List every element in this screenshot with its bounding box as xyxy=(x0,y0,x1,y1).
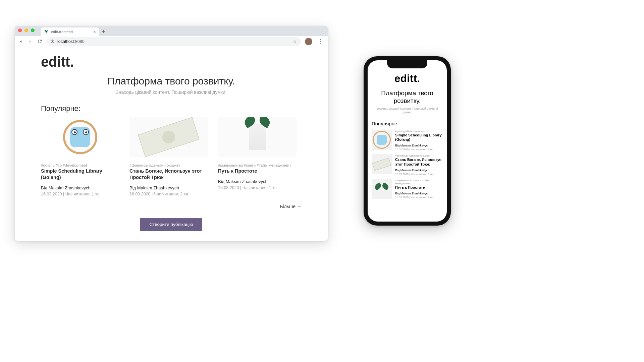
article-author: Від Maksim Zhashkevych xyxy=(218,179,297,184)
back-button[interactable] xyxy=(18,39,23,44)
article-tags: #финансы #деньги #бюджет xyxy=(395,154,443,157)
article-title: Путь к Простоте xyxy=(395,185,443,190)
article-author: Від Maksim Zhashkevych xyxy=(395,144,443,147)
page-content: editt. Платформа твого розвитку. Знаходь… xyxy=(15,47,328,241)
article-meta: 16.03.2020 | Час читання: 1 хв xyxy=(218,185,297,190)
more-link[interactable]: Більше → xyxy=(41,204,302,209)
browser-menu-button[interactable]: ⋮ xyxy=(316,38,324,45)
arrow-right-icon xyxy=(28,39,33,44)
dollar-bill-icon xyxy=(138,117,199,157)
gopher-clock-icon xyxy=(63,120,97,154)
list-item[interactable]: #финансы #деньги #бюджет Стань Богаче, И… xyxy=(372,154,443,175)
article-meta: 16.03.2020 | Час читання: 1 хв xyxy=(41,192,119,196)
article-title: Simple Scheduling Library (Golang) xyxy=(41,168,119,181)
section-title-popular: Популярне: xyxy=(41,104,302,113)
phone-screen: editt. Платформа твого розвитку. Знаходь… xyxy=(368,60,447,222)
browser-window: editt-frontend × + localhost:8080 ☆ ⋮ ed… xyxy=(15,26,328,241)
article-meta: 16.03.2020 | Час читання: 2 хв xyxy=(395,173,443,176)
article-meta: 16.03.2020 | Час читання: 1 хв xyxy=(395,196,443,199)
article-tags: #минимализм #книги #тайм менеджмент xyxy=(395,179,443,185)
close-tab-icon[interactable]: × xyxy=(93,29,96,34)
article-thumbnail xyxy=(41,117,119,157)
arrow-left-icon xyxy=(18,39,23,44)
article-card[interactable]: #golang #lib #development Simple Schedul… xyxy=(41,117,119,196)
section-title-popular-mobile: Популярне: xyxy=(372,121,443,126)
plant-icon xyxy=(377,182,387,196)
article-tags: #golang #lib #development xyxy=(395,130,443,133)
svg-rect-2 xyxy=(52,40,53,41)
article-author: Від Maksim Zhashkevych xyxy=(129,185,208,190)
article-thumbnail xyxy=(218,117,297,157)
article-card[interactable]: #минимализм #книги #тайм менеджмент Путь… xyxy=(218,117,297,196)
phone-frame: editt. Платформа твого розвитку. Знаходь… xyxy=(364,56,451,226)
vue-favicon-icon xyxy=(44,29,49,34)
browser-tab[interactable]: editt-frontend × xyxy=(41,27,99,36)
hero-subtitle: Знаходь цікавий контент. Поширюй важливі… xyxy=(41,89,302,95)
browser-titlebar: editt-frontend × + xyxy=(15,26,328,36)
hero-title-mobile: Платформа твого розвитку. xyxy=(372,89,443,105)
reload-button[interactable] xyxy=(37,39,42,44)
article-meta: 16.03.2020 | Час читання: 2 хв xyxy=(129,192,208,196)
article-card[interactable]: #финансы #деньги #бюджет Стань Богаче, И… xyxy=(129,117,208,196)
article-tags: #golang #lib #development xyxy=(41,163,119,167)
url-text: localhost:8080 xyxy=(57,39,85,44)
article-thumbnail xyxy=(372,179,392,199)
hero-subtitle-mobile: Знаходь цікавий контент. Поширюй важливі… xyxy=(372,107,443,115)
list-item[interactable]: #golang #lib #development Simple Schedul… xyxy=(372,130,443,151)
close-window-button[interactable] xyxy=(18,28,22,32)
article-author: Від Maksim Zhashkevych xyxy=(395,192,443,195)
svg-rect-1 xyxy=(52,41,53,42)
article-thumbnail xyxy=(129,117,208,157)
profile-avatar[interactable] xyxy=(305,38,312,45)
article-tags: #минимализм #книги #тайм менеджмент xyxy=(218,163,297,167)
cards-row: #golang #lib #development Simple Schedul… xyxy=(41,117,302,196)
list-item[interactable]: #минимализм #книги #тайм менеджмент Путь… xyxy=(372,179,443,199)
article-thumbnail xyxy=(372,154,392,174)
forward-button[interactable] xyxy=(28,39,33,44)
tab-title: editt-frontend xyxy=(51,30,73,34)
gopher-clock-icon xyxy=(373,131,391,149)
maximize-window-button[interactable] xyxy=(31,28,35,32)
article-author: Від Maksim Zhashkevych xyxy=(395,169,443,172)
dollar-bill-icon xyxy=(372,158,391,171)
create-post-button[interactable]: Створити публікацію xyxy=(140,218,203,231)
article-author: Від Maksim Zhashkevych xyxy=(41,185,119,190)
phone-notch xyxy=(387,60,427,68)
article-tags: #финансы #деньги #бюджет xyxy=(129,163,208,167)
minimize-window-button[interactable] xyxy=(24,28,28,32)
article-thumbnail xyxy=(372,130,392,150)
browser-toolbar: localhost:8080 ☆ ⋮ xyxy=(15,36,328,47)
article-title: Simple Scheduling Library (Golang) xyxy=(395,133,443,142)
article-title: Путь к Простоте xyxy=(218,168,297,174)
address-bar[interactable]: localhost:8080 ☆ xyxy=(46,37,301,46)
bookmark-icon[interactable]: ☆ xyxy=(293,39,297,44)
site-logo[interactable]: editt. xyxy=(41,54,302,70)
plant-icon xyxy=(249,124,266,150)
window-controls xyxy=(18,26,41,36)
hero-title: Платформа твого розвитку. xyxy=(41,75,302,87)
article-title: Стань Богаче, Используя этот Простой Трю… xyxy=(395,158,443,166)
info-icon xyxy=(50,39,55,44)
article-title: Стань Богаче, Используя этот Простой Трю… xyxy=(129,168,208,181)
site-logo-mobile[interactable]: editt. xyxy=(372,72,443,85)
reload-icon xyxy=(37,39,42,44)
new-tab-button[interactable]: + xyxy=(99,28,108,36)
article-meta: 16.03.2020 | Час читання: 1 хв xyxy=(395,148,443,151)
